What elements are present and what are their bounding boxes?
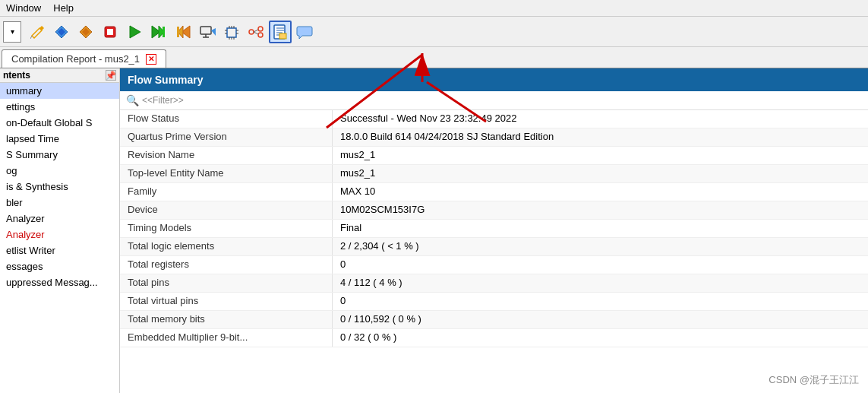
table-cell-value-11: 0 / 110,592 ( 0 % ) <box>333 311 868 328</box>
table-row-1: Quartus Prime Version18.0.0 Build 614 04… <box>120 128 868 147</box>
compile-full-btn[interactable] <box>50 21 73 43</box>
sidebar-item-7[interactable]: bler <box>0 195 119 211</box>
sidebar-item-0[interactable]: ummary <box>0 83 119 99</box>
table-row-4: FamilyMAX 10 <box>120 183 868 201</box>
content-header: Flow Summary <box>120 68 868 91</box>
svg-line-32 <box>254 30 258 32</box>
dropdown-btn[interactable]: ▾ <box>3 21 21 43</box>
sidebar-header-label: ntents <box>3 70 30 81</box>
table-row-8: Total registers0 <box>120 256 868 274</box>
table-row-3: Top-level Entity Namemus2_1 <box>120 165 868 183</box>
table-cell-value-6: Final <box>333 220 868 237</box>
sidebar-item-11[interactable]: essages <box>0 258 119 274</box>
step-fwd-btn[interactable] <box>147 21 170 43</box>
sidebar-header-icons: 📌 <box>106 70 116 81</box>
filter-icon: 🔍 <box>126 94 139 106</box>
comment-btn[interactable] <box>293 21 316 43</box>
svg-rect-6 <box>107 29 113 35</box>
tab-close-btn[interactable]: ✕ <box>146 54 156 65</box>
table-row-7: Total logic elements2 / 2,304 ( < 1 % ) <box>120 238 868 256</box>
svg-marker-17 <box>211 28 216 36</box>
table-row-9: Total pins4 / 112 ( 4 % ) <box>120 274 868 293</box>
table-cell-value-5: 10M02SCM153I7G <box>333 201 868 219</box>
filter-input[interactable]: <<Filter>> <box>142 95 184 106</box>
sidebar-items-container: ummaryettingson-Default Global Slapsed T… <box>0 83 119 290</box>
sidebar-item-12[interactable]: uppressed Messag... <box>0 274 119 290</box>
svg-rect-18 <box>227 28 236 37</box>
toolbar: ▾ <box>0 17 868 47</box>
programmer-btn[interactable] <box>196 21 219 43</box>
table-cell-key-6: Timing Models <box>120 220 333 237</box>
table-cell-key-0: Flow Status <box>120 110 333 128</box>
sidebar-header: ntents 📌 <box>0 68 119 83</box>
sidebar-item-6[interactable]: is & Synthesis <box>0 179 119 195</box>
main-content: ntents 📌 ummaryettingson-Default Global … <box>0 68 868 393</box>
table-cell-key-4: Family <box>120 183 333 201</box>
sidebar-item-2[interactable]: on-Default Global S <box>0 115 119 131</box>
table-cell-key-10: Total virtual pins <box>120 293 333 310</box>
table-cell-key-2: Revision Name <box>120 147 333 164</box>
table-cell-key-1: Quartus Prime Version <box>120 128 333 146</box>
menu-help[interactable]: Help <box>53 2 74 14</box>
content-header-label: Flow Summary <box>128 74 204 86</box>
table-cell-value-9: 4 / 112 ( 4 % ) <box>333 274 868 292</box>
sidebar-item-9[interactable]: Analyzer <box>0 227 119 242</box>
content-panel: Flow Summary 🔍 <<Filter>> Flow StatusSuc… <box>120 68 868 393</box>
sidebar-item-10[interactable]: etlist Writer <box>0 242 119 258</box>
table-cell-value-10: 0 <box>333 293 868 310</box>
menu-window[interactable]: Window <box>6 2 41 14</box>
svg-rect-10 <box>163 27 165 37</box>
table-cell-value-3: mus2_1 <box>333 165 868 182</box>
table-row-12: Embedded Multiplier 9-bit...0 / 32 ( 0 %… <box>120 329 868 347</box>
table-cell-value-2: mus2_1 <box>333 147 868 164</box>
sidebar-item-3[interactable]: lapsed Time <box>0 131 119 147</box>
chip-btn[interactable] <box>220 21 243 43</box>
sidebar-item-8[interactable]: Analyzer <box>0 211 119 227</box>
svg-rect-13 <box>177 27 179 37</box>
svg-point-31 <box>258 33 263 37</box>
svg-line-0 <box>30 36 32 39</box>
table-cell-key-5: Device <box>120 201 333 219</box>
tab-label: Compilation Report - mus2_1 <box>11 53 140 65</box>
svg-rect-39 <box>279 33 286 39</box>
stop-btn[interactable] <box>99 21 122 43</box>
step-back-btn[interactable] <box>172 21 194 43</box>
table-row-6: Timing ModelsFinal <box>120 220 868 238</box>
table-row-11: Total memory bits0 / 110,592 ( 0 % ) <box>120 311 868 329</box>
table-cell-value-8: 0 <box>333 256 868 274</box>
table-cell-key-8: Total registers <box>120 256 333 274</box>
svg-line-33 <box>254 32 258 34</box>
sidebar-item-4[interactable]: S Summary <box>0 147 119 163</box>
table-cell-key-12: Embedded Multiplier 9-bit... <box>120 329 333 347</box>
table-row-0: Flow StatusSuccessful - Wed Nov 23 23:32… <box>120 110 868 128</box>
tab-bar: Compilation Report - mus2_1 ✕ <box>0 47 868 68</box>
table-cell-key-3: Top-level Entity Name <box>120 165 333 182</box>
table-cell-value-0: Successful - Wed Nov 23 23:32:49 2022 <box>333 110 868 128</box>
data-table: Flow StatusSuccessful - Wed Nov 23 23:32… <box>120 110 868 393</box>
table-cell-value-12: 0 / 32 ( 0 % ) <box>333 329 868 347</box>
run-btn[interactable] <box>123 21 146 43</box>
svg-rect-14 <box>200 27 211 34</box>
filter-bar: 🔍 <<Filter>> <box>120 91 868 110</box>
table-cell-value-7: 2 / 2,304 ( < 1 % ) <box>333 238 868 255</box>
svg-point-30 <box>258 27 263 31</box>
compile-part-btn[interactable] <box>74 21 97 43</box>
table-row-5: Device10M02SCM153I7G <box>120 201 868 220</box>
menu-bar: Window Help <box>0 0 868 17</box>
compilation-report-tab[interactable]: Compilation Report - mus2_1 ✕ <box>2 49 166 68</box>
table-cell-value-4: MAX 10 <box>333 183 868 201</box>
sidebar: ntents 📌 ummaryettingson-Default Global … <box>0 68 120 393</box>
table-row-2: Revision Namemus2_1 <box>120 147 868 165</box>
sidebar-pin-icon[interactable]: 📌 <box>106 70 116 81</box>
svg-point-29 <box>249 30 254 34</box>
svg-marker-7 <box>130 26 140 38</box>
pencil-btn[interactable] <box>26 21 49 43</box>
table-cell-key-7: Total logic elements <box>120 238 333 255</box>
table-cell-key-11: Total memory bits <box>120 311 333 328</box>
sidebar-item-5[interactable]: og <box>0 163 119 179</box>
table-row-10: Total virtual pins0 <box>120 293 868 311</box>
rtl-btn[interactable] <box>245 21 267 43</box>
compilation-report-btn[interactable] <box>269 21 292 43</box>
table-cell-key-9: Total pins <box>120 274 333 292</box>
sidebar-item-1[interactable]: ettings <box>0 99 119 115</box>
